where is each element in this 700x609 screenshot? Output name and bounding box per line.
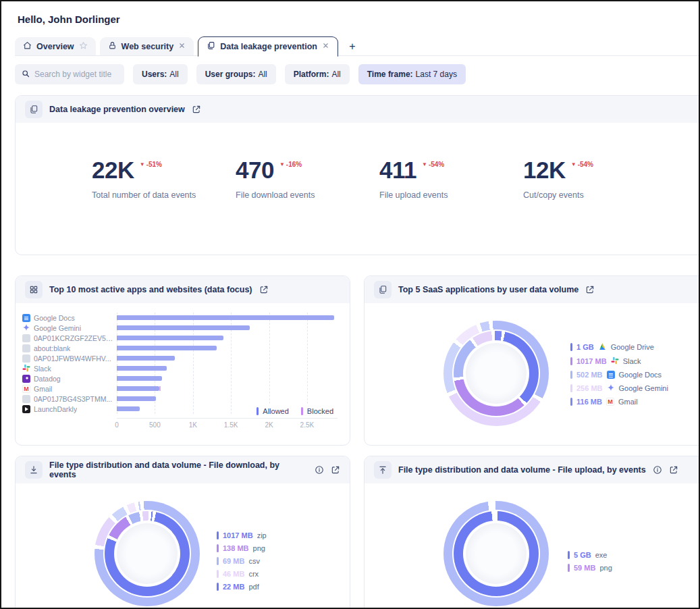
pages-icon [374, 281, 392, 298]
legend-item: 69 MBcsv [217, 557, 267, 565]
info-icon[interactable] [653, 465, 662, 475]
widget-title: Top 10 most active apps and websites (da… [49, 285, 252, 294]
x-tick: 1K [189, 421, 197, 429]
tab-data-leakage-prevention[interactable]: Data leakage prevention [198, 36, 338, 57]
filter-platform[interactable]: Platform:All [285, 64, 350, 84]
legend-label: pdf [248, 583, 259, 591]
allowed-bar [117, 406, 140, 411]
legend-label: crx [248, 570, 259, 578]
trend-down-icon: ▼ [140, 162, 145, 167]
open-external-icon[interactable] [192, 105, 201, 114]
slice-swatch [217, 583, 219, 591]
legend-value: 138 MB [223, 544, 249, 552]
legend-label: Google Docs [619, 371, 662, 379]
trend-down-icon: ▼ [422, 162, 427, 167]
saas-donut-chart [443, 321, 549, 426]
legend-label: Google Drive [611, 343, 654, 351]
legend-value: 256 MB [576, 384, 603, 392]
launchdarkly-icon [22, 405, 30, 413]
app-label: about:blank [34, 344, 70, 352]
open-external-icon[interactable] [669, 465, 678, 475]
stat-total-data-events: 22K ▼-51% Total number of data events [92, 158, 236, 255]
blocked-bar [159, 386, 161, 391]
chip-value: All [258, 70, 267, 79]
legend-value: 69 MB [223, 557, 244, 565]
tab-web-security[interactable]: Web security [100, 37, 194, 56]
close-icon[interactable] [178, 42, 186, 51]
legend-label: png [599, 564, 612, 572]
add-tab-button[interactable]: + [342, 37, 362, 56]
upload-icon [374, 461, 392, 479]
app-label: Slack [34, 365, 51, 373]
legend-label: Google Gemini [619, 384, 668, 392]
stat-delta: -16% [286, 161, 302, 168]
allowed-bar [117, 376, 162, 381]
app-label: Datadog [34, 375, 61, 383]
legend-item: 116 MBGmail [570, 398, 668, 406]
chip-label: Time frame: [367, 70, 413, 79]
legend-value: 1017 MB [223, 531, 253, 539]
saas-donut-legend: 1 GBGoogle Drive 1017 MBSlack 502 MBGoog… [570, 303, 668, 445]
search-input[interactable] [34, 70, 117, 79]
legend-value: 22 MB [223, 583, 244, 591]
app-window: Hello, John Dorlinger Overview Web secur… [0, 0, 700, 609]
stat-delta: -51% [146, 161, 162, 168]
legend-item: 1017 MBSlack [570, 356, 668, 366]
widget-title: File type distribution and data volume -… [398, 465, 646, 475]
download-donut-legend: 1017 MBzip 138 MBpng 69 MBcsv 46 MBcrx 2… [217, 483, 267, 609]
filter-users[interactable]: Users:All [133, 64, 188, 84]
chip-label: Users: [142, 70, 167, 79]
open-external-icon[interactable] [585, 285, 595, 294]
pages-icon [25, 101, 43, 118]
app-label: Google Gemini [34, 324, 81, 332]
legend-value: 59 MB [574, 564, 595, 572]
legend-value: 1017 MB [576, 357, 607, 365]
bar-row: about:blank [21, 343, 338, 353]
bar-row: 0AP01J7BG4S3PTMM... [21, 394, 338, 404]
widget-top-apps: Top 10 most active apps and websites (da… [15, 275, 350, 446]
allowed-swatch [257, 407, 259, 415]
open-external-icon[interactable] [331, 465, 340, 475]
slice-swatch [568, 551, 570, 559]
legend-label: exe [595, 551, 608, 559]
allowed-bar [117, 325, 250, 330]
slice-swatch [217, 570, 219, 578]
app-label: Google Docs [34, 314, 75, 322]
stat-value: 411 [379, 158, 416, 182]
allowed-bar [117, 336, 223, 340]
chart-legend: Allowed Blocked [251, 404, 339, 418]
google-gemini-icon [607, 383, 615, 393]
legend-label: Blocked [307, 407, 333, 415]
slice-swatch [568, 564, 570, 572]
filter-time-frame[interactable]: Time frame:Last 7 days [358, 64, 466, 84]
slice-swatch [217, 531, 219, 539]
slice-swatch [570, 357, 572, 365]
legend-value: 502 MB [576, 371, 603, 379]
stat-file-download-events: 470 ▼-16% File download events [236, 158, 379, 255]
blocked-swatch [301, 407, 303, 415]
grid-icon [25, 281, 43, 298]
star-icon[interactable] [79, 41, 88, 52]
filter-user-groups[interactable]: User groups:All [196, 64, 276, 84]
bar-row: 0AP01KCRZGF2ZEV5V... [21, 333, 338, 343]
stat-value: 22K [92, 158, 134, 182]
legend-item: 256 MBGoogle Gemini [570, 383, 668, 393]
close-icon[interactable] [322, 42, 329, 51]
chip-value: All [169, 70, 178, 79]
tab-overview[interactable]: Overview [15, 37, 96, 56]
slice-swatch [570, 343, 572, 351]
search-icon [22, 68, 30, 80]
legend-label: Allowed [263, 407, 289, 415]
legend-item: 46 MBcrx [217, 570, 267, 578]
widget-search[interactable] [15, 64, 124, 84]
google-drive-icon [598, 342, 607, 352]
datadog-icon [22, 375, 30, 383]
open-external-icon[interactable] [259, 285, 269, 294]
info-icon[interactable] [315, 465, 324, 475]
generic-app-icon [22, 334, 30, 342]
legend-value: 1 GB [576, 343, 594, 351]
x-axis: 0 500 1K 1.5K 2K 2.5K [117, 418, 338, 429]
generic-app-icon [22, 344, 30, 352]
legend-label: zip [257, 531, 267, 539]
stat-delta: -54% [578, 161, 593, 168]
